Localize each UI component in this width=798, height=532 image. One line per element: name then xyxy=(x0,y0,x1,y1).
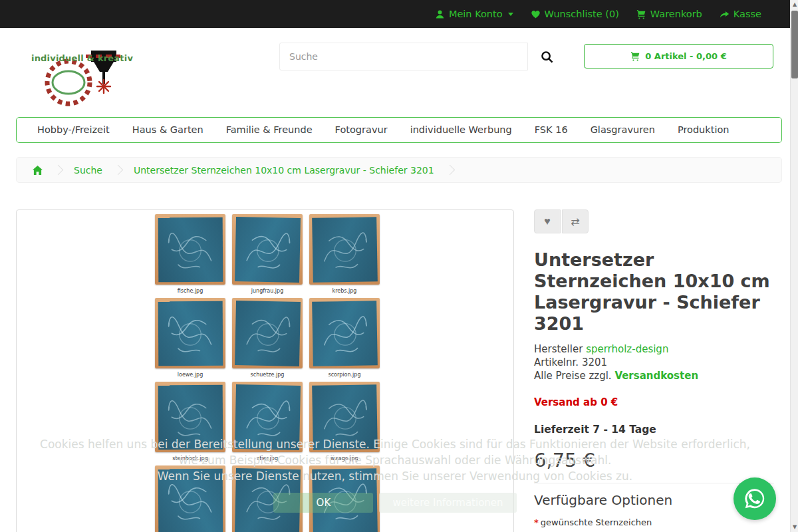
tile-filename: fische.jpg xyxy=(178,288,203,295)
zodiac-tile: loewe.jpg xyxy=(153,298,227,382)
cart-link-label: Warenkorb xyxy=(650,9,702,19)
page-header: individuell & kreativ 0 Artikel - 0,00 € xyxy=(0,28,798,116)
zodiac-engraving xyxy=(162,221,219,279)
tile-filename: stier.jpg xyxy=(257,456,278,462)
slate-tile xyxy=(158,384,223,450)
product-image[interactable]: fische.jpg jungfrau xyxy=(16,209,514,532)
caret-down-icon xyxy=(508,13,513,16)
checkout-link[interactable]: Kasse xyxy=(720,9,761,19)
breadcrumb: Suche Untersetzer Sternzeichen 10x10 cm … xyxy=(16,157,782,183)
wishlist-link[interactable]: Wunschliste (0) xyxy=(531,9,619,19)
logo-tagline: individuell & kreativ xyxy=(31,53,133,63)
compare-button[interactable]: ⇄ xyxy=(562,209,589,233)
scrollbar-thumb[interactable] xyxy=(791,11,798,78)
nav-item[interactable]: FSK 16 xyxy=(523,118,579,142)
slate-tile xyxy=(158,468,223,532)
cookie-info-button[interactable]: weitere Informationen xyxy=(379,493,516,513)
breadcrumb-item-product[interactable]: Untersetzer Sternzeichen 10x10 cm Laserg… xyxy=(134,165,434,176)
shop-logo[interactable]: individuell & kreativ xyxy=(30,39,163,112)
home-icon[interactable] xyxy=(33,166,43,175)
wood-coaster xyxy=(232,382,303,452)
option-label-row: *gewünschte Sternzeichen xyxy=(534,517,774,527)
zodiac-tile: stier.jpg xyxy=(230,382,305,466)
wood-coaster xyxy=(309,298,380,368)
wood-coaster xyxy=(155,382,225,452)
required-marker: * xyxy=(534,517,539,527)
search-input[interactable] xyxy=(279,43,528,70)
wood-coaster xyxy=(155,214,225,285)
cookie-accept-button[interactable]: OK xyxy=(273,493,373,513)
breadcrumb-item-search[interactable]: Suche xyxy=(74,165,102,176)
zodiac-engraving xyxy=(162,472,219,530)
zodiac-engraving xyxy=(238,304,297,362)
zodiac-tile: waage.jpg xyxy=(307,382,382,466)
cart-icon xyxy=(630,51,640,61)
cart-link[interactable]: Warenkorb xyxy=(636,9,702,19)
tile-filename: schuetze.jpg xyxy=(251,372,285,378)
zodiac-engraving xyxy=(238,388,297,446)
user-icon xyxy=(435,9,445,19)
sku-label: Artikelnr. xyxy=(534,356,579,368)
account-menu[interactable]: Mein Konto xyxy=(435,9,513,19)
manufacturer-label: Hersteller xyxy=(534,343,583,355)
nav-item[interactable]: Haus & Garten xyxy=(121,118,215,142)
tile-filename: steinbock.jpg xyxy=(172,456,207,462)
zodiac-engraving xyxy=(315,304,373,362)
divider xyxy=(534,483,774,483)
top-bar: Mein Konto Wunschliste (0) Warenkorb Kas… xyxy=(0,0,798,28)
slate-tile xyxy=(312,217,378,283)
wood-coaster xyxy=(155,298,225,368)
scroll-up-arrow-icon[interactable]: ▲ xyxy=(791,0,798,9)
nav-item[interactable]: Fotogravur xyxy=(324,118,399,142)
zodiac-engraving xyxy=(315,388,373,446)
zodiac-engraving xyxy=(238,220,297,279)
add-to-wishlist-button[interactable]: ♥ xyxy=(534,209,561,233)
wishlist-label: Wunschliste (0) xyxy=(545,9,619,19)
nav-item[interactable]: Hobby-/Freizeit xyxy=(26,118,121,142)
zodiac-tile: steinbock.jpg xyxy=(153,382,227,466)
tile-filename: loewe.jpg xyxy=(178,372,203,378)
slate-tile xyxy=(234,216,300,282)
tile-filename: jungfrau.jpg xyxy=(251,288,283,295)
slate-tile xyxy=(234,384,300,450)
slate-tile xyxy=(158,217,223,282)
nav-item[interactable]: Produktion xyxy=(666,118,741,142)
logo-graphic xyxy=(30,39,163,112)
zodiac-tile xyxy=(153,466,227,532)
product-price: 6,75 € xyxy=(534,449,774,471)
zodiac-engraving xyxy=(162,305,219,362)
wood-coaster xyxy=(309,214,380,285)
main-navigation: Hobby-/FreizeitHaus & GartenFamilie & Fr… xyxy=(16,117,782,143)
vertical-scrollbar[interactable]: ▲ ▼ xyxy=(790,0,798,532)
scroll-down-arrow-icon[interactable]: ▼ xyxy=(791,523,798,532)
sku-value: 3201 xyxy=(582,356,607,368)
tile-filename: waage.jpg xyxy=(331,456,358,462)
tax-note-row: Alle Preise zzgl. Versandkosten xyxy=(534,369,774,382)
cart-total-button[interactable]: 0 Artikel - 0,00 € xyxy=(584,44,773,68)
search-icon xyxy=(541,51,553,63)
slate-tile xyxy=(312,301,378,366)
wood-coaster xyxy=(309,382,380,452)
nav-item[interactable]: Glasgravuren xyxy=(579,118,666,142)
delivery-time: Lieferzeit 7 - 14 Tage xyxy=(534,424,774,436)
tile-filename: krebs.jpg xyxy=(332,288,357,295)
breadcrumb-separator-icon xyxy=(53,165,64,176)
zodiac-tile: krebs.jpg xyxy=(307,214,382,298)
manufacturer-link[interactable]: sperrholz-design xyxy=(586,343,668,355)
zodiac-tile: jungfrau.jpg xyxy=(230,214,305,298)
nav-item[interactable]: Familie & Freunde xyxy=(215,118,324,142)
compare-arrows-icon: ⇄ xyxy=(571,215,579,228)
whatsapp-button[interactable] xyxy=(733,477,776,520)
cart-icon xyxy=(636,9,646,19)
shipping-costs-link[interactable]: Versandkosten xyxy=(614,370,698,382)
nav-item[interactable]: individuelle Werbung xyxy=(399,118,523,142)
manufacturer-row: Hersteller sperrholz-design xyxy=(534,342,774,356)
wood-coaster xyxy=(232,298,303,368)
search-button[interactable] xyxy=(528,43,565,70)
slate-tile xyxy=(312,384,378,450)
product-title: Untersetzer Sternzeichen 10x10 cm Laserg… xyxy=(534,249,774,334)
checkout-label: Kasse xyxy=(733,9,761,19)
cart-total-label: 0 Artikel - 0,00 € xyxy=(645,51,726,61)
slate-tile xyxy=(158,301,223,366)
heart-icon: ♥ xyxy=(544,215,551,227)
